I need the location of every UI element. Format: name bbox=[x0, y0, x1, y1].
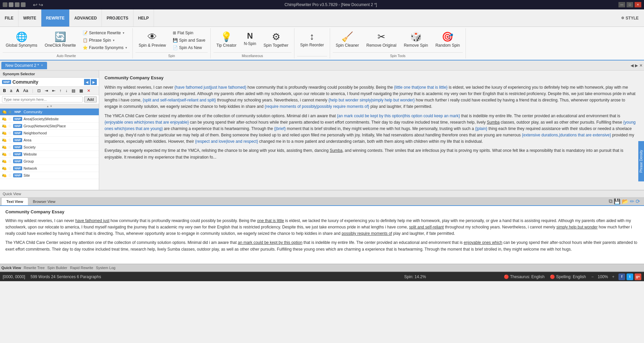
spin-token[interactable]: {require moments of possibly|possibly re… bbox=[265, 104, 369, 109]
spin-token[interactable]: {have fathomed just|just have fathomed} bbox=[174, 85, 246, 90]
oneclick-rewrite-button[interactable]: 🔄 OneClick Rewrite bbox=[42, 30, 79, 49]
delete-btn[interactable]: ✕ bbox=[85, 87, 92, 94]
spin-token[interactable]: {enjoyable ones which|ones that are enjo… bbox=[105, 120, 189, 125]
random-icon: 🎯 bbox=[442, 31, 453, 42]
refresh-icon[interactable]: ⟳ bbox=[636, 198, 640, 205]
menu-file[interactable]: FILE bbox=[0, 9, 18, 27]
spin-token[interactable]: {respect and love|love and respect} bbox=[195, 139, 258, 144]
synonym-input[interactable] bbox=[2, 96, 83, 102]
synonym-item-area[interactable]: 🍋 ☆ NNP Area bbox=[0, 137, 99, 144]
prev-word-button[interactable]: ◀ bbox=[84, 79, 90, 85]
synonym-item-group[interactable]: 🍋 ☆ NNP Group bbox=[0, 158, 99, 165]
collapse-btn[interactable]: ▤ bbox=[70, 87, 77, 94]
zoom-out-btn[interactable]: − bbox=[591, 274, 594, 279]
phrase-density-tab[interactable]: Phrase Density bbox=[638, 141, 644, 181]
move-down-btn[interactable]: ↓ bbox=[64, 87, 69, 94]
quick-view-actions: ⧉ 💾 📂 ✏ ⟳ bbox=[609, 198, 643, 205]
phrase-spin-button[interactable]: 📋 Phrase Spin ▼ bbox=[80, 37, 130, 44]
synonym-item-group-network[interactable]: 🍋 ☆ NNP Group|Network|Site|Place bbox=[0, 123, 99, 130]
remove-spin-button[interactable]: 🎲 Remove Spin bbox=[401, 30, 431, 49]
spin-token[interactable]: {split and self-reliant|self-reliant and… bbox=[143, 98, 216, 102]
spin-token[interactable]: {little one that|one that is little} bbox=[394, 85, 447, 90]
bottom-tab-system-log[interactable]: System Log bbox=[96, 266, 115, 270]
googleplus-icon[interactable]: g+ bbox=[635, 273, 641, 280]
editor-paragraph-1: Within my wildest reveries, I can never … bbox=[105, 84, 639, 110]
favorite-synonyms-button[interactable]: ⭐ Favorite Synonyms ▼ bbox=[80, 44, 130, 51]
copy-icon[interactable]: ⧉ bbox=[609, 198, 612, 205]
thesaurus-status: 🔴 Thesaurus: English bbox=[504, 274, 545, 279]
outdent-btn[interactable]: ⇤ bbox=[50, 87, 57, 94]
expand-handle[interactable]: ▲ ▼ bbox=[0, 104, 99, 109]
bottom-tab-rapid-rewrite[interactable]: Rapid Rewrite bbox=[70, 266, 93, 270]
menu-help[interactable]: HELP bbox=[133, 9, 154, 27]
global-synonyms-button[interactable]: 🌐 Global Synonyms bbox=[3, 30, 40, 49]
zoom-in-btn[interactable]: + bbox=[612, 274, 614, 279]
edit-icon[interactable]: ✏ bbox=[630, 198, 634, 205]
synonym-item-neighborhood[interactable]: 🍋 ☆ NNP Neighborhood bbox=[0, 130, 99, 137]
spin-token[interactable]: {extensive durations,|durations that are… bbox=[522, 133, 611, 137]
add-synonym-button[interactable]: Add bbox=[84, 96, 97, 102]
spin-token[interactable]: {|brief} bbox=[274, 126, 286, 131]
bottom-tab-rewrite-tree[interactable]: Rewrite Tree bbox=[24, 266, 45, 270]
close-button[interactable]: ✕ bbox=[635, 2, 641, 7]
maximize-button[interactable]: □ bbox=[627, 2, 633, 7]
synonym-item-website[interactable]: 🍋 ☆ NNP Website bbox=[0, 151, 99, 158]
spin-preview-button[interactable]: 👁 Spin & Preview bbox=[135, 30, 169, 49]
synonym-item-society[interactable]: 🍋 ☆ NNP Society bbox=[0, 144, 99, 151]
spin-token[interactable]: {help but wonder simply|simply help but … bbox=[328, 98, 415, 102]
spin-together-button[interactable]: ⚙ Spin Together bbox=[260, 30, 291, 49]
sentence-rewrite-button[interactable]: 📝 Sentence Rewrite ▼ bbox=[80, 30, 130, 36]
large-a-btn[interactable]: A bbox=[14, 87, 21, 94]
tab-text-view[interactable]: Text View bbox=[1, 198, 28, 205]
spin-cleaner-button[interactable]: 🧹 Spin Cleaner bbox=[333, 30, 362, 49]
bottom-tab-quick-view[interactable]: Quick View bbox=[1, 266, 21, 270]
editor-area[interactable]: Community Company Essay Within my wildes… bbox=[99, 71, 644, 190]
ribbon: 🌐 Global Synonyms 🔄 OneClick Rewrite 📝 S… bbox=[0, 27, 644, 60]
nav-left-icon[interactable]: ◀ bbox=[631, 63, 634, 68]
synonym-item-community[interactable]: 🍋 ☆ NNP Community bbox=[0, 109, 99, 116]
status-right: − 100% + f t g+ bbox=[591, 273, 641, 280]
tab-close-button[interactable]: × bbox=[41, 63, 43, 67]
tab-browser-view[interactable]: Browser View bbox=[28, 198, 60, 205]
spin-token[interactable]: {|plain} bbox=[475, 126, 487, 131]
spin-save-button[interactable]: 💾 Spin and Save bbox=[170, 37, 208, 44]
menu-write[interactable]: WRITE bbox=[18, 9, 41, 27]
menu-advanced[interactable]: ADVANCED bbox=[70, 9, 102, 27]
indent-btn[interactable]: ⇥ bbox=[43, 87, 50, 94]
document-tab[interactable]: New Document 2 * × bbox=[1, 62, 47, 69]
synonym-item-area-society[interactable]: 🍋 ☆ NNP Area|Society|Website bbox=[0, 116, 99, 123]
expand-btn[interactable]: ▦ bbox=[78, 87, 85, 94]
move-up-btn[interactable]: ↑ bbox=[58, 87, 63, 94]
n-spin-button[interactable]: N N-Spin bbox=[241, 30, 259, 48]
spin-token[interactable]: {an mark could be kept by this option|th… bbox=[337, 114, 460, 118]
random-spin-button[interactable]: 🎯 Random Spin bbox=[432, 30, 463, 49]
flat-spin-button[interactable]: ⊞ Flat Spin bbox=[170, 30, 208, 36]
redo-btn[interactable]: ↪ bbox=[39, 2, 43, 8]
menu-rewrite[interactable]: REWRITE bbox=[41, 9, 70, 27]
auto-rewrite-label: Auto Rewrite bbox=[3, 52, 130, 58]
remove-original-button[interactable]: ✂ Remove Original bbox=[363, 30, 399, 49]
bold-btn[interactable]: B bbox=[1, 87, 8, 94]
quick-view-content[interactable]: Community Company Essay Within my wildes… bbox=[0, 206, 644, 264]
small-a-btn[interactable]: a bbox=[8, 87, 14, 94]
minimize-button[interactable]: — bbox=[618, 2, 625, 7]
spin-tools-buttons: 🧹 Spin Cleaner ✂ Remove Original 🎲 Remov… bbox=[333, 30, 463, 52]
synonym-item-network[interactable]: 🍋 ☆ NNP Network bbox=[0, 165, 99, 172]
spin-reorder-button[interactable]: ↕ Spin Reorder bbox=[297, 30, 327, 49]
open-icon[interactable]: 📂 bbox=[622, 198, 629, 205]
next-word-button[interactable]: ▶ bbox=[91, 79, 97, 85]
font-btn[interactable]: Aa bbox=[22, 87, 30, 94]
nav-right-icon[interactable]: ▶ bbox=[635, 63, 638, 68]
tip-creator-button[interactable]: 💡 Tip Creator bbox=[213, 30, 240, 49]
menu-projects[interactable]: PROJECTS bbox=[102, 9, 133, 27]
bottom-tab-spin-builder[interactable]: Spin Builder bbox=[47, 266, 67, 270]
facebook-icon[interactable]: f bbox=[618, 273, 625, 280]
align-left-btn[interactable]: ⊡ bbox=[36, 87, 42, 94]
undo-btn[interactable]: ↩ bbox=[33, 2, 37, 8]
close-doc-icon[interactable]: ✕ bbox=[639, 63, 643, 68]
save-icon[interactable]: 💾 bbox=[614, 198, 620, 205]
spin-new-button[interactable]: 📄 Spin As New bbox=[170, 44, 208, 51]
synonym-item-site[interactable]: 🍋 ☆ NNP Site bbox=[0, 172, 99, 179]
item-icon: 🍋 bbox=[2, 138, 7, 142]
twitter-icon[interactable]: t bbox=[627, 273, 633, 280]
